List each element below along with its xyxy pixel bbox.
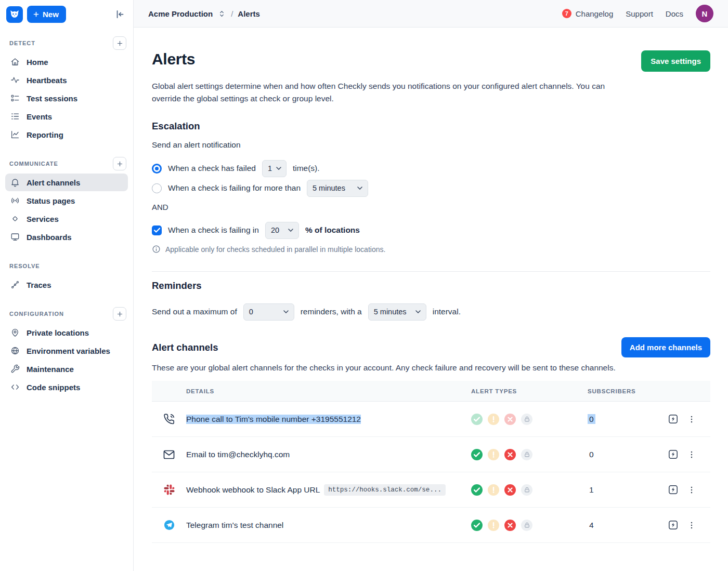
row-menu-button[interactable] bbox=[685, 448, 698, 461]
chevron-down-icon bbox=[283, 310, 289, 313]
section-label-detect: DETECT bbox=[9, 40, 35, 46]
sidebar-item-services[interactable]: Services bbox=[5, 210, 128, 228]
ssl-lock-icon bbox=[521, 414, 532, 425]
send-test-alert-button[interactable] bbox=[666, 447, 680, 461]
row-menu-button[interactable] bbox=[685, 519, 698, 532]
project-name[interactable]: Acme Production bbox=[148, 9, 213, 18]
traces-icon bbox=[10, 280, 20, 289]
channel-detail: Webhook webhook to Slack App URL bbox=[186, 485, 320, 495]
recovery-alert-icon bbox=[471, 414, 483, 425]
recovery-alert-icon bbox=[471, 449, 483, 460]
changelog-badge: 7 bbox=[562, 9, 571, 18]
escalation-heading: Escalation bbox=[152, 121, 710, 132]
checkly-logo[interactable] bbox=[6, 6, 23, 23]
failed-times-value: 1 bbox=[268, 164, 272, 172]
reminders-interval-select[interactable]: 5 minutes bbox=[368, 303, 426, 321]
reminders-tail: interval. bbox=[433, 307, 461, 316]
send-test-alert-button[interactable] bbox=[666, 483, 680, 497]
column-header-alert-types: ALERT TYPES bbox=[471, 388, 588, 394]
parallel-note: Applicable only for checks scheduled in … bbox=[152, 245, 710, 254]
sidebar-item-status-pages[interactable]: Status pages bbox=[5, 192, 128, 209]
locations-checkbox[interactable] bbox=[152, 225, 162, 235]
sidebar-item-events[interactable]: Events bbox=[5, 108, 128, 125]
send-test-alert-icon bbox=[668, 484, 679, 495]
recovery-alert-icon bbox=[471, 484, 483, 496]
configuration-add-button[interactable] bbox=[113, 307, 126, 321]
failed-option-label: When a check has failed bbox=[168, 164, 256, 173]
escalation-locations-option: When a check is failing in 20 % of locat… bbox=[152, 222, 710, 238]
sidebar-item-maintenance[interactable]: Maintenance bbox=[5, 360, 128, 378]
project-switcher-button[interactable] bbox=[217, 9, 226, 19]
degraded-alert-icon bbox=[488, 414, 499, 425]
new-button[interactable]: New bbox=[27, 6, 66, 23]
reminders-interval-value: 5 minutes bbox=[374, 308, 407, 316]
detect-add-button[interactable] bbox=[113, 36, 126, 50]
sidebar-item-home[interactable]: Home bbox=[5, 53, 128, 71]
reminders-lead: Send out a maximum of bbox=[152, 307, 237, 316]
escalation-lead: Send an alert notification bbox=[152, 140, 710, 150]
content-area: Acme Production / Alerts 7 Changelog Sup… bbox=[134, 0, 728, 571]
locations-percent-select[interactable]: 20 bbox=[265, 222, 299, 239]
escalation-failing-option: When a check is failing for more than 5 … bbox=[152, 180, 710, 196]
collapse-sidebar-button[interactable] bbox=[112, 7, 127, 22]
kebab-menu-icon bbox=[687, 415, 696, 424]
reminders-mid: reminders, with a bbox=[301, 307, 362, 316]
sidebar-item-alert-channels[interactable]: Alert channels bbox=[5, 174, 128, 191]
sidebar-item-test-sessions[interactable]: Test sessions bbox=[5, 89, 128, 107]
plus-icon bbox=[116, 40, 123, 47]
column-header-details: DETAILS bbox=[186, 388, 471, 394]
degraded-alert-icon bbox=[488, 449, 499, 460]
breadcrumb-separator: / bbox=[231, 9, 233, 18]
save-settings-button[interactable]: Save settings bbox=[641, 50, 710, 72]
ssl-lock-icon bbox=[521, 449, 532, 460]
sidebar-item-reporting[interactable]: Reporting bbox=[5, 126, 128, 143]
sidebar-section-configuration: CONFIGURATION Private locations Environm… bbox=[5, 308, 128, 396]
failing-duration-select[interactable]: 5 minutes bbox=[307, 180, 368, 197]
chevron-down-icon bbox=[415, 310, 421, 313]
row-menu-button[interactable] bbox=[685, 484, 698, 496]
breadcrumb: Acme Production / Alerts bbox=[148, 9, 260, 19]
sidebar-item-label: Home bbox=[27, 58, 48, 67]
sidebar-item-private-locations[interactable]: Private locations bbox=[5, 324, 128, 341]
avatar[interactable]: N bbox=[696, 5, 713, 22]
check-icon bbox=[154, 228, 160, 233]
app-window: New DETECT Home Heartbeats bbox=[0, 0, 728, 571]
sidebar-item-label: Alert channels bbox=[27, 178, 80, 187]
reminders-settings-row: Send out a maximum of 0 reminders, with … bbox=[152, 303, 710, 321]
sidebar-item-dashboards[interactable]: Dashboards bbox=[5, 228, 128, 246]
alert-channels-heading: Alert channels bbox=[152, 342, 218, 353]
breadcrumb-page: Alerts bbox=[238, 9, 260, 18]
failure-alert-icon bbox=[504, 520, 516, 531]
failed-radio[interactable] bbox=[152, 164, 162, 174]
send-test-alert-button[interactable] bbox=[666, 412, 680, 426]
send-test-alert-button[interactable] bbox=[666, 518, 680, 532]
failing-duration-value: 5 minutes bbox=[313, 184, 345, 192]
row-menu-button[interactable] bbox=[685, 413, 698, 426]
monitor-icon bbox=[10, 232, 20, 242]
failing-radio[interactable] bbox=[152, 183, 162, 193]
failed-times-select[interactable]: 1 bbox=[262, 160, 287, 177]
sidebar: New DETECT Home Heartbeats bbox=[0, 0, 134, 571]
main-panel: Alerts Save settings Global alert settin… bbox=[134, 28, 728, 571]
sidebar-item-label: Maintenance bbox=[27, 365, 74, 374]
info-icon bbox=[152, 245, 161, 254]
sidebar-item-label: Environment variables bbox=[27, 347, 110, 355]
changelog-link[interactable]: 7 Changelog bbox=[562, 9, 614, 18]
reminders-max-select[interactable]: 0 bbox=[243, 303, 294, 321]
ssl-lock-icon bbox=[521, 520, 532, 531]
sidebar-item-environment-variables[interactable]: Environment variables bbox=[5, 342, 128, 360]
table-row: Email to tim@checklyhq.com 0 bbox=[152, 437, 710, 472]
sidebar-item-traces[interactable]: Traces bbox=[5, 276, 128, 294]
sidebar-top: New bbox=[5, 5, 128, 23]
add-more-channels-button[interactable]: Add more channels bbox=[621, 337, 710, 357]
support-link[interactable]: Support bbox=[626, 9, 653, 18]
locations-option-label: When a check is failing in bbox=[168, 225, 259, 235]
sidebar-item-heartbeats[interactable]: Heartbeats bbox=[5, 71, 128, 89]
section-label-configuration: CONFIGURATION bbox=[9, 311, 64, 317]
docs-link[interactable]: Docs bbox=[666, 9, 683, 18]
communicate-add-button[interactable] bbox=[113, 157, 126, 170]
sidebar-item-label: Private locations bbox=[27, 328, 89, 337]
sidebar-item-code-snippets[interactable]: Code snippets bbox=[5, 378, 128, 396]
alert-channels-section-head: Alert channels Add more channels bbox=[152, 337, 710, 357]
send-test-alert-icon bbox=[668, 414, 679, 424]
